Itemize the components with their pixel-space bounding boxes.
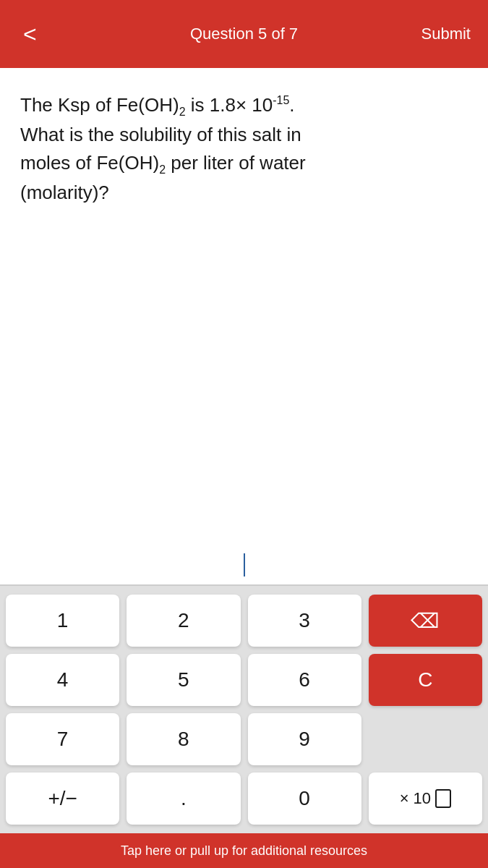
question-text: The Ksp of Fe(OH)2 is 1.8× 10-15. What i… — [20, 91, 468, 207]
x10-label: × 10 — [400, 789, 431, 808]
key-7[interactable]: 7 — [6, 713, 119, 765]
key-6[interactable]: 6 — [248, 654, 361, 706]
key-2[interactable]: 2 — [127, 595, 240, 647]
back-button[interactable]: < — [17, 17, 43, 51]
header: < Question 5 of 7 Submit — [0, 0, 488, 68]
key-0[interactable]: 0 — [248, 773, 361, 825]
key-plusminus[interactable]: +/− — [6, 773, 119, 825]
key-4[interactable]: 4 — [6, 654, 119, 706]
bottom-bar-label: Tap here or pull up for additional resou… — [121, 843, 367, 859]
answer-input-bar[interactable] — [0, 545, 488, 586]
cursor — [244, 553, 245, 576]
backspace-icon: ⌫ — [411, 609, 440, 633]
key-decimal[interactable]: . — [127, 773, 240, 825]
keypad: 1 2 3 ⌫ 4 5 6 C 7 8 9 +/− . 0 × 10 — [0, 586, 488, 833]
key-8[interactable]: 8 — [127, 713, 240, 765]
x10-exponent-box — [435, 789, 451, 808]
submit-button[interactable]: Submit — [421, 25, 471, 43]
empty-cell — [369, 713, 482, 765]
backspace-button[interactable]: ⌫ — [369, 595, 482, 647]
clear-button[interactable]: C — [369, 654, 482, 706]
bottom-bar[interactable]: Tap here or pull up for additional resou… — [0, 833, 488, 868]
key-3[interactable]: 3 — [248, 595, 361, 647]
question-area: The Ksp of Fe(OH)2 is 1.8× 10-15. What i… — [0, 68, 488, 221]
question-progress: Question 5 of 7 — [190, 25, 298, 43]
clear-label: C — [418, 668, 432, 692]
input-section: 1 2 3 ⌫ 4 5 6 C 7 8 9 +/− . 0 × 10 — [0, 545, 488, 833]
key-9[interactable]: 9 — [248, 713, 361, 765]
key-1[interactable]: 1 — [6, 595, 119, 647]
key-5[interactable]: 5 — [127, 654, 240, 706]
key-x10[interactable]: × 10 — [369, 773, 482, 825]
